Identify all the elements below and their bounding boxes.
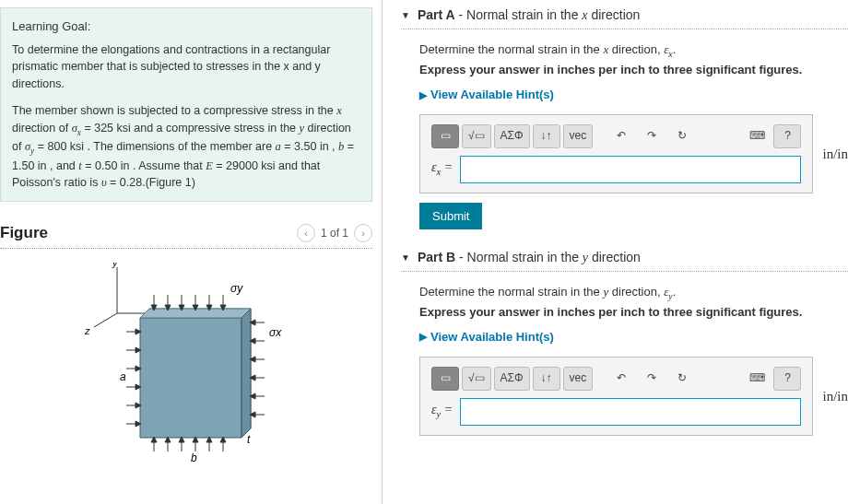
part-b-title: Part B - Normal strain in the y directio… (418, 250, 641, 265)
reset-button[interactable]: ↻ (668, 367, 696, 391)
undo-button[interactable]: ↶ (607, 124, 635, 148)
part-a-prompt: Determine the normal strain in the x dir… (419, 41, 848, 61)
figure-pager-text: 1 of 1 (321, 227, 348, 240)
figure-title: Figure (0, 224, 48, 242)
keyboard-button[interactable]: ⌨ (743, 367, 771, 391)
redo-button[interactable]: ↷ (638, 367, 665, 391)
help-button[interactable]: ? (773, 124, 801, 148)
part-b: ▼ Part B - Normal strain in the y direct… (401, 250, 848, 436)
template-button[interactable]: ▭ (431, 124, 459, 148)
vec-button[interactable]: vec (563, 367, 594, 391)
sigma-x-label: σx (269, 326, 282, 339)
part-a-hints-toggle[interactable]: ▶ View Available Hint(s) (419, 86, 848, 105)
template-button[interactable]: ▭ (431, 367, 459, 391)
part-b-header[interactable]: ▼ Part B - Normal strain in the y direct… (401, 250, 848, 272)
dim-t-label: t (247, 433, 251, 446)
figure-header: Figure ‹ 1 of 1 › (0, 220, 372, 249)
part-b-hints-toggle[interactable]: ▶ View Available Hint(s) (419, 328, 848, 347)
learning-goal-body: The member shown is subjected to a compr… (12, 102, 360, 192)
figure-prev-button[interactable]: ‹ (297, 224, 315, 242)
sqrt-button[interactable]: √▭ (462, 367, 491, 391)
part-b-prompt: Determine the normal strain in the y dir… (419, 283, 848, 303)
caret-right-icon: ▶ (419, 329, 427, 346)
learning-goal-box: Learning Goal: To determine the elongati… (0, 7, 372, 202)
vec-button[interactable]: vec (563, 124, 594, 148)
part-a-answer-box: ▭ √▭ ΑΣΦ ↓↑ vec ↶ ↷ ↻ ⌨ ? εx = (419, 114, 813, 193)
subsup-button[interactable]: ↓↑ (533, 367, 560, 391)
redo-button[interactable]: ↷ (638, 124, 665, 148)
part-b-instruct: Express your answer in inches per inch t… (419, 303, 848, 322)
keyboard-button[interactable]: ⌨ (743, 124, 771, 148)
part-b-answer-label: εy = (431, 400, 453, 423)
learning-goal-intro: To determine the elongations and contrac… (12, 41, 360, 93)
part-a-answer-label: εx = (431, 158, 453, 181)
dim-a-label: a (120, 370, 126, 383)
part-b-units: in/in (822, 385, 848, 407)
dim-b-label: b (191, 451, 197, 464)
axis-z-label: z (84, 325, 90, 336)
sqrt-button[interactable]: √▭ (462, 124, 491, 148)
help-button[interactable]: ? (773, 367, 801, 391)
part-a-header[interactable]: ▼ Part A - Normal strain in the x direct… (401, 7, 848, 29)
caret-down-icon: ▼ (401, 252, 410, 263)
reset-button[interactable]: ↻ (668, 124, 696, 148)
caret-right-icon: ▶ (419, 88, 427, 104)
answer-toolbar: ▭ √▭ ΑΣΦ ↓↑ vec ↶ ↷ ↻ ⌨ ? (431, 124, 801, 148)
part-a-submit-button[interactable]: Submit (419, 203, 482, 229)
part-a-units: in/in (822, 143, 848, 165)
subsup-button[interactable]: ↓↑ (533, 124, 560, 148)
svg-marker-6 (241, 309, 251, 438)
part-a-title: Part A - Normal strain in the x directio… (418, 7, 640, 23)
greek-button[interactable]: ΑΣΦ (494, 124, 530, 148)
greek-button[interactable]: ΑΣΦ (494, 367, 530, 391)
sigma-y-label: σy (230, 282, 243, 295)
axis-y-label: y (112, 263, 119, 268)
part-a: ▼ Part A - Normal strain in the x direct… (401, 7, 848, 229)
figure-diagram: y x z (0, 258, 372, 470)
learning-goal-heading: Learning Goal: (12, 18, 360, 36)
part-a-answer-input[interactable] (460, 156, 801, 183)
svg-line-2 (94, 313, 117, 327)
part-b-answer-box: ▭ √▭ ΑΣΦ ↓↑ vec ↶ ↷ ↻ ⌨ ? εy = (419, 357, 813, 436)
undo-button[interactable]: ↶ (607, 367, 635, 391)
part-a-instruct: Express your answer in inches per inch t… (419, 61, 848, 80)
svg-marker-4 (140, 318, 241, 438)
part-b-answer-input[interactable] (460, 398, 801, 426)
figure-pager: ‹ 1 of 1 › (297, 224, 372, 242)
answer-toolbar: ▭ √▭ ΑΣΦ ↓↑ vec ↶ ↷ ↻ ⌨ ? (431, 367, 801, 391)
figure-next-button[interactable]: › (354, 224, 372, 242)
caret-down-icon: ▼ (401, 10, 410, 20)
